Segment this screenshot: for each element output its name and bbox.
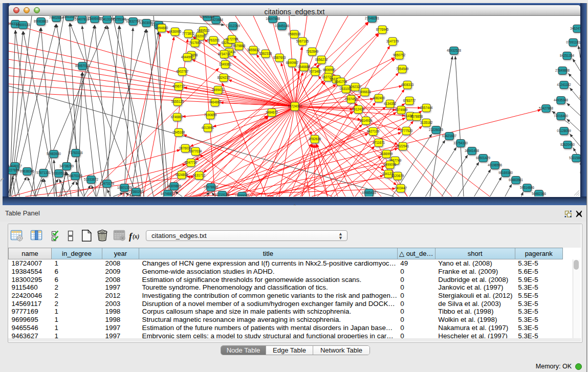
svg-text:33754330: 33754330	[453, 141, 468, 145]
svg-text:9579868: 9579868	[233, 44, 246, 48]
svg-text:8120679: 8120679	[391, 174, 404, 178]
svg-text:92832764: 92832764	[126, 19, 141, 23]
svg-text:6131712: 6131712	[193, 173, 206, 177]
svg-text:34309805: 34309805	[167, 184, 182, 188]
svg-text:69985435: 69985435	[362, 191, 377, 194]
svg-text:74016400: 74016400	[554, 114, 569, 118]
svg-text:80957015: 80957015	[75, 64, 90, 68]
svg-text:7773872: 7773872	[182, 32, 195, 35]
svg-text:50983930: 50983930	[47, 152, 61, 156]
svg-text:16697848: 16697848	[266, 17, 280, 20]
svg-text:19399091: 19399091	[235, 194, 250, 196]
svg-text:52427868: 52427868	[539, 106, 554, 110]
svg-text:5977034: 5977034	[189, 149, 202, 153]
svg-text:4044997: 4044997	[181, 55, 194, 59]
svg-text:9912419: 9912419	[352, 107, 365, 111]
svg-text:41241182: 41241182	[557, 83, 571, 86]
svg-text:81219136: 81219136	[215, 193, 230, 196]
svg-text:63421607: 63421607	[442, 134, 457, 138]
svg-text:6783777: 6783777	[403, 99, 416, 102]
svg-text:4777520: 4777520	[400, 129, 413, 133]
svg-text:8324210: 8324210	[217, 76, 230, 79]
svg-text:01128059: 01128059	[557, 129, 571, 133]
svg-text:71012269: 71012269	[226, 24, 241, 28]
svg-text:0586518: 0586518	[288, 32, 301, 36]
svg-text:3092327: 3092327	[349, 85, 362, 89]
svg-text:3455812: 3455812	[247, 48, 260, 52]
svg-text:51333872: 51333872	[84, 178, 99, 181]
svg-text:6499091: 6499091	[384, 163, 397, 166]
svg-text:96965328: 96965328	[200, 16, 215, 18]
svg-text:4436995: 4436995	[169, 30, 182, 33]
svg-text:9650752: 9650752	[393, 53, 406, 57]
svg-text:4013990: 4013990	[202, 126, 214, 129]
svg-text:10310518: 10310518	[52, 171, 67, 175]
svg-text:27048281: 27048281	[365, 16, 380, 20]
svg-text:4902787: 4902787	[176, 70, 189, 73]
svg-text:56670106: 56670106	[68, 174, 83, 178]
svg-text:68501429: 68501429	[476, 156, 491, 160]
svg-text:36541458: 36541458	[465, 149, 480, 152]
svg-text:10801326: 10801326	[117, 186, 132, 189]
svg-text:7403447: 7403447	[395, 186, 407, 190]
svg-text:6746807: 6746807	[171, 115, 184, 119]
svg-text:60883561: 60883561	[509, 178, 524, 182]
svg-text:7464887: 7464887	[209, 100, 222, 104]
svg-text:0656272: 0656272	[315, 58, 328, 61]
svg-text:3186999: 3186999	[380, 152, 393, 156]
svg-text:07991183: 07991183	[566, 40, 580, 44]
svg-text:4134352: 4134352	[384, 102, 397, 105]
svg-text:0496631: 0496631	[359, 90, 372, 94]
svg-text:9314919: 9314919	[360, 119, 373, 122]
svg-text:7262849: 7262849	[306, 50, 319, 53]
svg-text:62473178: 62473178	[100, 182, 115, 185]
svg-text:8557444: 8557444	[420, 106, 433, 110]
svg-text:73763116: 73763116	[69, 151, 83, 155]
svg-text:7354549: 7354549	[396, 67, 409, 71]
svg-text:64746872: 64746872	[161, 192, 176, 195]
svg-text:34624751: 34624751	[570, 27, 580, 30]
svg-text:0546688: 0546688	[298, 65, 311, 69]
svg-text:75255341: 75255341	[112, 17, 127, 21]
svg-text:1545168: 1545168	[172, 130, 185, 134]
svg-text:57871331: 57871331	[36, 171, 51, 174]
svg-text:48932528: 48932528	[447, 49, 462, 52]
svg-text:82620450: 82620450	[560, 143, 575, 146]
svg-text:3782639: 3782639	[309, 137, 321, 141]
svg-text:7484677: 7484677	[266, 111, 278, 114]
svg-text:3135182: 3135182	[420, 121, 433, 124]
svg-text:8247710: 8247710	[185, 161, 198, 164]
svg-text:2499471: 2499471	[212, 88, 225, 92]
svg-text:2787558: 2787558	[579, 95, 580, 99]
svg-text:5067165: 5067165	[296, 39, 309, 43]
svg-text:98169340: 98169340	[498, 171, 513, 174]
svg-text:2362316: 2362316	[259, 52, 272, 55]
svg-text:3147379: 3147379	[386, 39, 399, 43]
svg-text:44935348: 44935348	[554, 98, 569, 102]
svg-text:8734714: 8734714	[218, 52, 231, 56]
svg-text:18724007: 18724007	[288, 104, 302, 108]
svg-text:4711671: 4711671	[373, 141, 385, 144]
svg-text:7917693: 7917693	[189, 41, 202, 45]
svg-text:84251354: 84251354	[560, 54, 575, 57]
svg-text:6763201: 6763201	[207, 38, 220, 42]
svg-text:79402654: 79402654	[49, 16, 64, 19]
svg-text:3172788: 3172788	[226, 37, 238, 41]
svg-text:8427109: 8427109	[367, 129, 380, 133]
svg-text:77360260: 77360260	[129, 190, 144, 193]
svg-text:7190659: 7190659	[204, 113, 217, 117]
svg-text:8776945: 8776945	[376, 28, 389, 31]
svg-text:00978820: 00978820	[204, 185, 219, 189]
svg-text:59514846: 59514846	[520, 186, 535, 189]
svg-text:40196556: 40196556	[488, 163, 503, 167]
svg-text:6587603: 6587603	[273, 56, 286, 59]
svg-text:56482366: 56482366	[532, 192, 547, 195]
svg-text:3374989: 3374989	[395, 108, 408, 112]
svg-text:6690967: 6690967	[286, 61, 299, 64]
svg-text:18227824: 18227824	[9, 168, 19, 172]
svg-text:4296717: 4296717	[172, 84, 185, 88]
svg-text:4641708: 4641708	[335, 80, 347, 83]
svg-text:23226025: 23226025	[429, 128, 444, 132]
svg-text:1349361: 1349361	[219, 62, 232, 66]
svg-text:9806990: 9806990	[323, 68, 336, 72]
